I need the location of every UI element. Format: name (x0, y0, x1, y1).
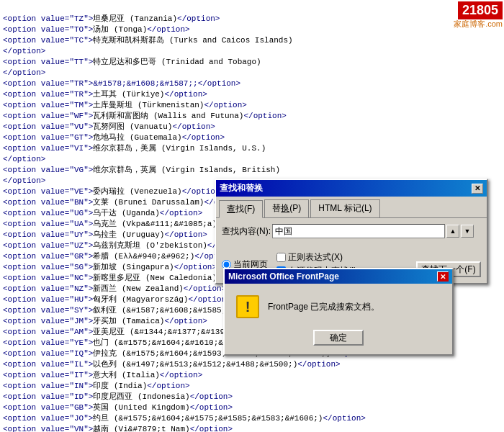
search-label: 查找内容(N): (222, 225, 272, 238)
checkbox-regex[interactable] (276, 253, 286, 262)
frontpage-titlebar: Microsoft Office FrontPage ✕ (225, 269, 452, 284)
search-arrow-up[interactable]: ▲ (446, 225, 459, 238)
frontpage-ok-button[interactable]: 确定 (313, 330, 364, 346)
search-arrow-down[interactable]: ▼ (461, 225, 474, 238)
frontpage-close-button[interactable]: ✕ (437, 271, 449, 282)
find-replace-title: 查找和替换 (220, 182, 263, 194)
find-replace-body: 查找内容(N): ▲ ▼ (216, 218, 487, 248)
checkbox-regex-label: 正则表达式(X) (288, 251, 343, 264)
frontpage-body: ! FrontPage 已完成搜索文档。 (225, 284, 452, 330)
logo-subtext: 家庭博客.com (454, 19, 503, 30)
checkbox-regex-row: 正则表达式(X) (276, 251, 356, 264)
search-row: 查找内容(N): ▲ ▼ (222, 224, 481, 238)
find-replace-tabs: 查找(F) 替换(P) HTML 标记(L) (216, 197, 487, 218)
frontpage-dialog: Microsoft Office FrontPage ✕ ! FrontPage… (223, 268, 454, 356)
tab-replace[interactable]: 替换(P) (264, 199, 309, 217)
logo-text: 21805 (458, 1, 503, 19)
search-input-wrap: ▲ ▼ (272, 224, 481, 238)
tab-find[interactable]: 查找(F) (219, 200, 263, 218)
frontpage-title: Microsoft Office FrontPage (228, 271, 339, 282)
tab-html[interactable]: HTML 标记(L) (310, 199, 379, 217)
warning-icon: ! (236, 295, 259, 318)
frontpage-message: FrontPage 已完成搜索文档。 (268, 301, 379, 313)
find-replace-close-button[interactable]: ✕ (472, 184, 483, 194)
frontpage-button-row: 确定 (225, 330, 452, 354)
find-replace-titlebar: 查找和替换 ✕ (216, 180, 487, 197)
search-input[interactable] (272, 224, 445, 238)
